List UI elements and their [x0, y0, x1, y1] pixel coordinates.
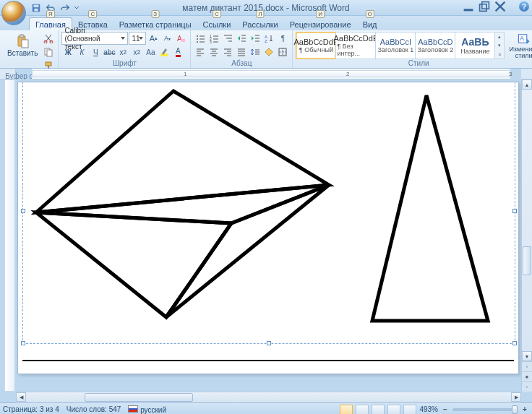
- drawing-shapes: [18, 82, 519, 364]
- view-draft-icon[interactable]: [403, 405, 416, 415]
- svg-point-20: [197, 35, 198, 37]
- change-case-icon[interactable]: Aa: [144, 46, 157, 59]
- status-page[interactable]: Страница: 3 из 4: [3, 405, 59, 413]
- view-outline-icon[interactable]: [387, 405, 400, 415]
- office-button[interactable]: [1, 1, 26, 25]
- redo-icon[interactable]: 3: [59, 2, 71, 14]
- number-list-icon[interactable]: 123: [207, 32, 220, 45]
- svg-rect-1: [34, 4, 39, 7]
- align-left-icon[interactable]: [194, 46, 207, 59]
- style-normal[interactable]: AaBbCcDdE¶ Обычный: [296, 32, 336, 59]
- save-icon[interactable]: 1: [30, 2, 42, 14]
- scroll-down-icon[interactable]: ▼: [522, 351, 532, 361]
- svg-rect-2: [34, 8, 38, 11]
- qat-dropdown-icon[interactable]: [74, 2, 80, 14]
- svg-text:3: 3: [210, 40, 212, 43]
- zoom-in-icon[interactable]: +: [520, 405, 529, 414]
- tab-label: Разметка страницы: [119, 20, 192, 29]
- subscript-icon[interactable]: x2: [116, 46, 129, 59]
- style-heading1[interactable]: AaBbCcIЗаголовок 1: [375, 32, 416, 59]
- font-name-input[interactable]: Calibri (Основной текст: [61, 32, 128, 45]
- align-center-icon[interactable]: [207, 46, 220, 59]
- shading-icon[interactable]: [262, 46, 275, 59]
- tab-page-layout[interactable]: ЗРазметка страницы: [113, 18, 197, 30]
- svg-rect-14: [47, 50, 52, 56]
- minimize-icon[interactable]: [463, 1, 474, 12]
- restore-icon[interactable]: [479, 1, 490, 12]
- zoom-thumb[interactable]: [512, 405, 518, 414]
- paste-label: Вставить: [7, 49, 38, 57]
- scroll-left-icon[interactable]: ◀: [16, 392, 26, 402]
- view-full-screen-icon[interactable]: [356, 405, 369, 415]
- ribbon: Вставить Буфер обмена Calibri (Основной …: [0, 30, 532, 69]
- tab-references[interactable]: ССсылки: [197, 18, 237, 30]
- sort-icon[interactable]: AZ: [262, 32, 275, 45]
- group-paragraph: 123 AZ ¶ Абзац: [191, 30, 293, 68]
- status-language[interactable]: русский: [128, 405, 166, 414]
- justify-icon[interactable]: [235, 46, 248, 59]
- scroll-thumb[interactable]: [85, 393, 193, 402]
- svg-rect-9: [20, 35, 24, 38]
- group-label: Шрифт: [61, 59, 187, 68]
- prev-page-icon[interactable]: ◦: [522, 361, 532, 371]
- decrease-indent-icon[interactable]: [235, 32, 248, 45]
- zoom-slider[interactable]: [452, 408, 518, 411]
- svg-marker-74: [166, 185, 329, 317]
- zoom-level[interactable]: 493%: [419, 405, 438, 413]
- highlight-icon[interactable]: [158, 46, 171, 59]
- multilevel-list-icon[interactable]: [221, 32, 234, 45]
- superscript-icon[interactable]: x2: [130, 46, 143, 59]
- style-no-spacing[interactable]: AaBbCcDdE¶ Без интер...: [335, 32, 376, 59]
- copy-icon[interactable]: [42, 46, 55, 59]
- show-marks-icon[interactable]: ¶: [276, 32, 289, 45]
- status-bar: Страница: 3 из 4 Число слов: 547 русский…: [0, 402, 532, 414]
- font-size-input[interactable]: 11: [129, 32, 146, 45]
- next-page-icon[interactable]: ◦: [522, 381, 532, 392]
- increase-indent-icon[interactable]: [249, 32, 262, 45]
- scrollbar-vertical[interactable]: ▲ ▼ ◦ ● ◦: [521, 79, 532, 392]
- group-clipboard: Вставить Буфер обмена: [1, 30, 59, 68]
- scroll-right-icon[interactable]: ▶: [511, 392, 521, 402]
- svg-rect-15: [46, 62, 51, 66]
- font-color-icon[interactable]: A: [171, 46, 184, 59]
- change-styles-button[interactable]: A Изменить стили: [506, 32, 532, 59]
- group-styles: AaBbCcDdE¶ Обычный AaBbCcDdE¶ Без интер.…: [293, 30, 532, 68]
- bullet-list-icon[interactable]: [194, 32, 207, 45]
- line-spacing-icon[interactable]: [249, 46, 262, 59]
- clear-format-icon[interactable]: A: [174, 32, 187, 45]
- view-web-icon[interactable]: [372, 405, 385, 415]
- style-title[interactable]: АаВЬНазвание: [455, 32, 495, 59]
- page[interactable]: [17, 82, 519, 374]
- tab-view[interactable]: ОВид: [357, 18, 383, 30]
- ruler-vertical[interactable]: [4, 79, 15, 392]
- tab-review[interactable]: ИРецензирование: [284, 18, 357, 30]
- quick-access-toolbar: 1 2 3: [30, 2, 80, 14]
- borders-icon[interactable]: [276, 46, 289, 59]
- scroll-up-icon[interactable]: ▲: [522, 79, 532, 90]
- browse-object-icon[interactable]: ●: [522, 371, 532, 381]
- svg-rect-18: [181, 39, 185, 42]
- style-gallery-scroll[interactable]: ▴▾≡: [494, 32, 505, 59]
- ruler-horizontal[interactable]: 1 2 3: [32, 69, 510, 79]
- tab-label: Вид: [363, 20, 377, 29]
- zoom-out-icon[interactable]: −: [441, 405, 450, 414]
- status-words[interactable]: Число слов: 547: [66, 405, 121, 413]
- scroll-thumb[interactable]: [523, 246, 531, 275]
- close-icon[interactable]: [494, 1, 506, 12]
- align-right-icon[interactable]: [221, 46, 234, 59]
- help-icon[interactable]: ?: [519, 1, 529, 12]
- svg-text:A: A: [520, 35, 524, 42]
- tab-label: Рассылки: [242, 20, 278, 29]
- view-print-layout-icon[interactable]: [340, 405, 353, 415]
- grow-font-icon[interactable]: A▴: [147, 32, 160, 45]
- shrink-font-icon[interactable]: A▾: [160, 32, 173, 45]
- window-controls: ?: [463, 1, 529, 12]
- paste-button[interactable]: Вставить: [4, 32, 40, 59]
- scrollbar-horizontal[interactable]: ◀ ▶: [16, 392, 521, 402]
- flag-icon: [128, 405, 138, 413]
- cut-icon[interactable]: [42, 32, 55, 45]
- tab-mailings[interactable]: ЛРассылки: [236, 18, 283, 30]
- svg-marker-75: [372, 95, 488, 321]
- tab-label: Рецензирование: [290, 20, 351, 29]
- style-heading2[interactable]: AaBbCcDЗаголовок 2: [415, 32, 455, 59]
